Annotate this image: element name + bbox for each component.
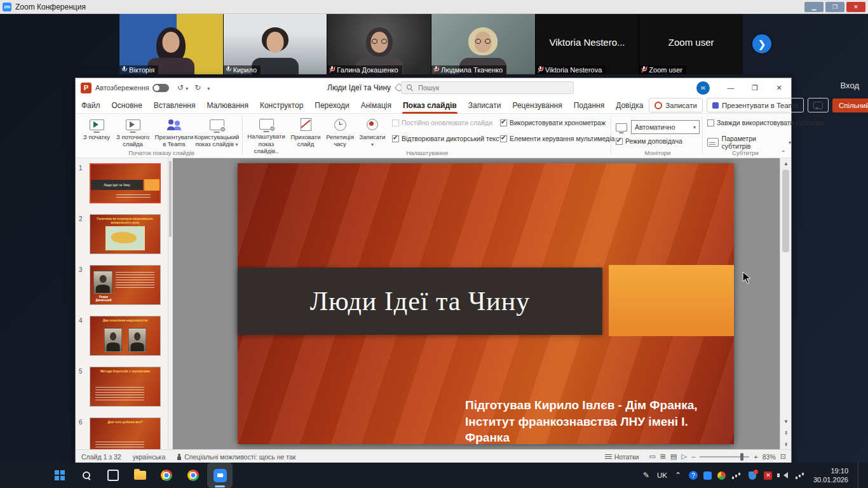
rehearse-timings-button[interactable]: Репетиція часу (323, 115, 356, 154)
participant-tile-halyna[interactable]: Галина Докашенко (327, 14, 431, 74)
slide-sorter-view-button[interactable]: ⊞ (660, 452, 666, 461)
tab-view[interactable]: Подання (568, 97, 610, 114)
record-slideshow-button[interactable]: Записати ▾ (358, 115, 387, 154)
tab-design[interactable]: Конструктор (254, 97, 309, 114)
slide-thumbnail-2[interactable]: 2 Галичина як осередок національно-визво… (76, 214, 168, 255)
checkbox-keep-slides-updated[interactable]: Постійно оновлювати слайди (392, 119, 492, 126)
zoom-slider[interactable] (700, 456, 749, 458)
checkbox-always-use-subtitles[interactable]: Завжди використовувати субтитри (707, 119, 824, 126)
from-current-slide-button[interactable]: З поточного слайда (112, 115, 153, 154)
participant-tile-zoom-user[interactable]: Zoom user Zoom user (639, 14, 743, 74)
custom-slideshow-button[interactable]: ⚙ Користувацький показ слайдів ▾ (194, 115, 240, 154)
tab-slideshow[interactable]: Показ слайдів (397, 97, 463, 114)
tab-file[interactable]: Файл (76, 97, 106, 114)
tab-animations[interactable]: Анімація (355, 97, 397, 114)
checkbox-use-timings[interactable]: Використовувати хронометраж (500, 119, 606, 126)
user-avatar[interactable]: ІК (696, 81, 710, 95)
setup-slideshow-button[interactable]: ⚙ Налаштувати показ слайдів.. (246, 115, 287, 154)
participant-tile-liudmyla[interactable]: Людмила Ткаченко (431, 14, 535, 74)
record-button[interactable]: Записати (649, 98, 703, 112)
taskbar-clock[interactable]: 19:10 30.01.2026 (813, 466, 848, 485)
zoom-minimize-button[interactable]: ▁ (804, 2, 824, 12)
error-tray-icon[interactable]: ✕ (763, 470, 773, 480)
tab-transitions[interactable]: Переходи (309, 97, 355, 114)
scrollbar-thumb[interactable] (782, 170, 789, 252)
zoom-maximize-button[interactable]: ❐ (825, 2, 844, 12)
redo-button[interactable]: ↻ (191, 83, 204, 92)
tab-home[interactable]: Основне (106, 97, 148, 114)
taskbar-language-indicator[interactable]: UK (657, 471, 667, 479)
from-beginning-button[interactable]: З початку (82, 115, 111, 154)
help-tray-icon[interactable]: ? (689, 471, 698, 480)
hidden-icons-chevron[interactable]: ⌃ (673, 470, 683, 480)
quick-access-menu[interactable]: ▾ (204, 83, 213, 92)
slide-thumbnail-5[interactable]: 5 Методи боротьби з окупантами (76, 367, 168, 407)
tab-review[interactable]: Рецензування (506, 97, 567, 114)
zoom-close-button[interactable]: ✕ (846, 2, 865, 12)
file-explorer-button[interactable] (127, 463, 153, 488)
slide-thumbnail-4[interactable]: 4 Два покоління націоналістів (76, 316, 168, 356)
task-view-button[interactable] (100, 463, 126, 488)
pen-icon[interactable]: ✎ (641, 470, 651, 480)
participant-tile-viktoria-nesterova[interactable]: Viktoria Nestero... Viktoria Nesterova (536, 14, 639, 74)
ppt-minimize-button[interactable]: — (719, 78, 743, 97)
signal-tray-icon[interactable] (731, 470, 742, 480)
tab-insert[interactable]: Вставлення (148, 97, 201, 114)
vertical-scrollbar[interactable]: ▲ ▼ ⇞ ⇟ (780, 158, 791, 449)
volume-icon[interactable] (779, 470, 789, 480)
slide-edit-area[interactable]: Люди Ідеї та Чину Підготував Кирило Івлє… (173, 158, 781, 449)
zoom-out-button[interactable]: − (691, 453, 695, 461)
autosave-toggle[interactable] (153, 84, 169, 92)
undo-button[interactable]: ↺ ▾ (174, 83, 191, 92)
share-button[interactable]: Спільний доступ ▾ (832, 98, 868, 112)
chrome-button-2[interactable] (180, 463, 206, 488)
next-participants-button[interactable]: ❯ (752, 34, 771, 53)
comments-button[interactable] (808, 98, 829, 112)
zoom-in-button[interactable]: + (754, 453, 757, 461)
monitor-select[interactable]: Автоматично▾ (631, 120, 700, 134)
security-tray-icon[interactable] (747, 470, 757, 480)
network-icon[interactable] (795, 470, 805, 480)
tab-draw[interactable]: Малювання (201, 97, 254, 114)
ppt-close-button[interactable]: ✕ (767, 78, 791, 97)
participant-tile-kyrylo[interactable]: Кирило (224, 14, 327, 74)
subtitle-settings-button[interactable]: Параметри субтитрів▾ (707, 135, 791, 150)
chrome-tray-icon[interactable] (717, 471, 726, 480)
tab-record[interactable]: Записати (463, 97, 507, 114)
present-in-teams-button[interactable]: Презентувати в Teams (707, 98, 804, 112)
scroll-down-arrow[interactable]: ▼ (780, 416, 792, 426)
current-slide[interactable]: Люди Ідеї та Чину Підготував Кирило Івлє… (238, 163, 734, 444)
slideshow-view-button[interactable]: ▷ (681, 452, 686, 461)
checkbox-play-narrations[interactable]: Відтворювати дикторський текст (392, 135, 502, 142)
zoom-taskbar-button[interactable] (207, 463, 233, 488)
notes-button[interactable]: Нотатки (599, 453, 645, 461)
chrome-button-1[interactable] (154, 463, 179, 488)
checkbox-show-media-controls[interactable]: Елементи керування мультимедіа (500, 135, 614, 142)
reading-view-button[interactable]: ▤ (670, 452, 677, 461)
show-desktop-button[interactable] (858, 463, 862, 488)
previous-slide-button[interactable]: ⇞ (780, 428, 792, 438)
panel-scrollbar[interactable] (168, 158, 173, 449)
zoom-tray-icon[interactable] (703, 471, 712, 480)
taskbar-search-button[interactable] (74, 463, 99, 488)
ppt-restore-button[interactable]: ❐ (743, 78, 767, 97)
tab-help[interactable]: Довідка (610, 97, 649, 114)
slide-thumbnail-6[interactable]: 6 Для чого робили все? (76, 417, 168, 449)
accent-rectangle[interactable] (609, 265, 734, 336)
zoom-slider-knob[interactable] (740, 453, 743, 461)
fit-to-window-button[interactable]: ⊡ (780, 452, 786, 461)
slide-credit-text[interactable]: Підготував Кирило Івлєв - Дім Франка, Ін… (465, 397, 726, 446)
collapse-ribbon-button[interactable]: ⌃ (781, 149, 786, 156)
accessibility-status[interactable]: Спеціальні можливості: щось не так (171, 453, 301, 461)
checkbox-presenter-view[interactable]: Режим доповідача (616, 137, 682, 145)
slide-counter[interactable]: Слайд 1 з 32 (76, 453, 127, 461)
scroll-up-arrow[interactable]: ▲ (780, 158, 792, 168)
search-box[interactable] (401, 81, 574, 94)
slide-thumbnail-3[interactable]: 3 Роман Дмовський (76, 265, 168, 306)
next-slide-button[interactable]: ⇟ (780, 439, 792, 449)
hide-slide-button[interactable]: Приховати слайд (289, 115, 322, 154)
zoom-percentage[interactable]: 83% (763, 453, 776, 461)
slide-thumbnail-1[interactable]: 1 Люди Ідеї та Чину (76, 163, 168, 204)
start-button[interactable] (47, 463, 72, 488)
normal-view-button[interactable]: ▭ (649, 452, 655, 461)
